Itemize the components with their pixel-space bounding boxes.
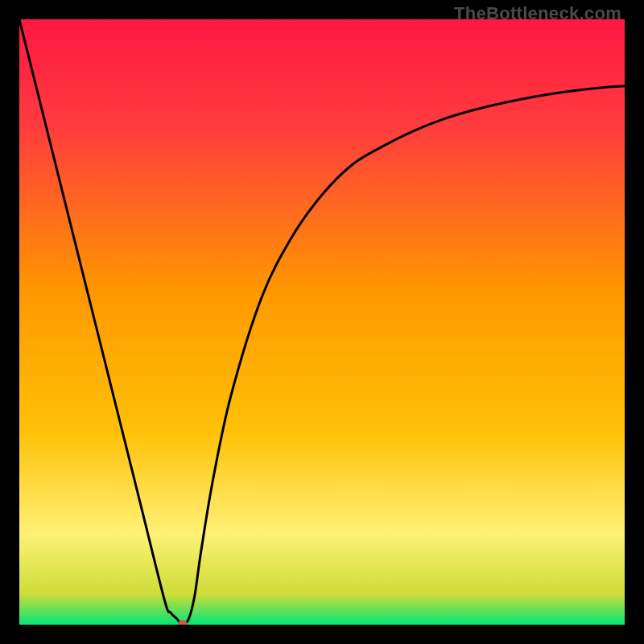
plot-area — [19, 19, 625, 625]
bottleneck-chart — [19, 19, 625, 625]
gradient-background — [19, 19, 625, 625]
chart-frame: TheBottleneck.com — [0, 0, 644, 644]
